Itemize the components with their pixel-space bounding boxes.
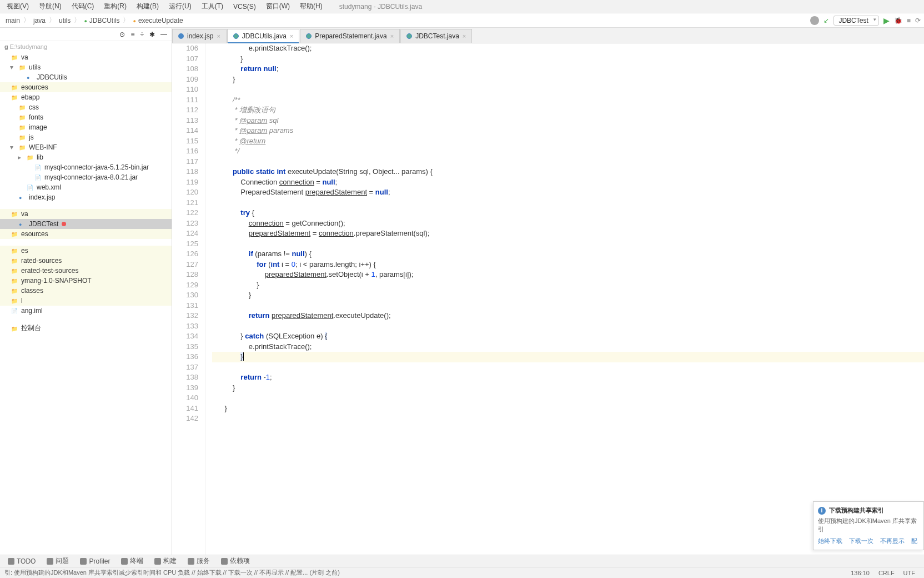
folder-icon bbox=[11, 230, 18, 238]
tree-item[interactable]: ebapp bbox=[0, 92, 172, 102]
avatar-icon[interactable] bbox=[810, 16, 819, 25]
tree-item[interactable]: ▾utils bbox=[0, 62, 172, 72]
status-line-separator[interactable]: CRLF bbox=[874, 570, 899, 576]
tree-item[interactable]: css bbox=[0, 102, 172, 112]
notification-action-always[interactable]: 始终下载 bbox=[818, 537, 842, 545]
tool-terminal[interactable]: 终端 bbox=[117, 555, 148, 567]
close-icon[interactable]: × bbox=[290, 33, 293, 39]
menu-view[interactable]: 视图(V) bbox=[2, 1, 33, 12]
tree-item[interactable]: JDBCUtils bbox=[0, 72, 172, 82]
tree-item-label: erated-test-sources bbox=[21, 267, 78, 275]
tree-item[interactable]: ▸lib bbox=[0, 152, 172, 162]
menu-run[interactable]: 运行(U) bbox=[164, 1, 196, 12]
folder-icon bbox=[19, 63, 26, 71]
status-bar: 引: 使用预构建的JDK和Maven 库共享索引减少索引时间和 CPU 负载 /… bbox=[0, 567, 924, 578]
tool-dependencies[interactable]: 依赖项 bbox=[217, 555, 254, 567]
code-editor[interactable]: 1061071081091101111121131141151161171181… bbox=[172, 43, 924, 555]
fold-gutter[interactable] bbox=[205, 43, 212, 555]
tree-item[interactable]: js bbox=[0, 132, 172, 142]
tree-item[interactable]: web.xml bbox=[0, 182, 172, 192]
menu-window[interactable]: 窗口(W) bbox=[262, 1, 294, 12]
search-icon[interactable]: ⟳ bbox=[915, 17, 921, 24]
crumb-class[interactable]: JDBCUtils bbox=[82, 17, 122, 24]
menu-tools[interactable]: 工具(T) bbox=[197, 1, 228, 12]
tree-item[interactable]: index.jsp bbox=[0, 192, 172, 202]
hide-icon[interactable]: — bbox=[160, 31, 167, 38]
close-icon[interactable]: × bbox=[463, 33, 466, 39]
tool-profiler[interactable]: Profiler bbox=[76, 556, 114, 566]
tool-services[interactable]: 服务 bbox=[183, 555, 214, 567]
menu-navigate[interactable]: 导航(N) bbox=[34, 1, 66, 12]
run-config-selector[interactable]: JDBCTest bbox=[833, 16, 878, 26]
close-icon[interactable]: × bbox=[217, 33, 220, 39]
sidebar-toolbar: ⊙ ≡ ÷ ✱ — bbox=[0, 28, 172, 41]
tree-item[interactable]: va bbox=[0, 209, 172, 219]
tree-item[interactable]: classes bbox=[0, 286, 172, 296]
settings-icon[interactable]: ✱ bbox=[149, 31, 155, 38]
tool-problems[interactable]: 问题 bbox=[42, 555, 73, 567]
editor-tab[interactable]: JDBCUtils.java× bbox=[227, 29, 299, 43]
notification-action-config[interactable]: 配 bbox=[911, 537, 917, 545]
tree-item[interactable]: esources bbox=[0, 82, 172, 92]
folder-icon bbox=[19, 103, 26, 111]
folder-icon bbox=[11, 277, 18, 285]
tree-item[interactable]: ▾WEB-INF bbox=[0, 142, 172, 152]
tab-label: PreparedStatement.java bbox=[315, 32, 386, 40]
folder-icon bbox=[11, 210, 18, 218]
tool-build[interactable]: 构建 bbox=[150, 555, 181, 567]
tree-item-label: fonts bbox=[29, 113, 43, 121]
menu-refactor[interactable]: 重构(R) bbox=[99, 1, 131, 12]
tree-item[interactable]: va bbox=[0, 52, 172, 62]
folder-icon bbox=[11, 247, 18, 255]
editor-tab[interactable]: index.jsp× bbox=[172, 29, 227, 43]
status-encoding[interactable]: UTF bbox=[899, 570, 920, 576]
close-icon[interactable]: × bbox=[390, 33, 394, 39]
run-button[interactable]: ▶ bbox=[883, 16, 890, 25]
tree-item[interactable]: l bbox=[0, 296, 172, 306]
tree-item[interactable]: JDBCTest bbox=[0, 219, 172, 229]
tree-item[interactable]: fonts bbox=[0, 112, 172, 122]
tree-item-label: ebapp bbox=[21, 93, 39, 101]
tree-item[interactable]: es bbox=[0, 246, 172, 256]
expand-icon[interactable]: ≡ bbox=[130, 31, 134, 38]
menu-code[interactable]: 代码(C) bbox=[67, 1, 99, 12]
crumb-main[interactable]: main bbox=[3, 17, 22, 24]
tree-item[interactable]: 控制台 bbox=[0, 322, 172, 334]
editor-tab[interactable]: JDBCTest.java× bbox=[400, 29, 472, 43]
folder-icon bbox=[11, 257, 18, 265]
tree-item[interactable]: mysql-connector-java-5.1.25-bin.jar bbox=[0, 162, 172, 172]
tree-item[interactable]: ang.iml bbox=[0, 306, 172, 316]
stop-button[interactable]: ■ bbox=[907, 17, 911, 24]
crumb-utils[interactable]: utils bbox=[57, 17, 73, 24]
tree-item[interactable]: esources bbox=[0, 229, 172, 239]
tree-item-label: esources bbox=[21, 230, 48, 238]
file-icon bbox=[233, 33, 239, 39]
debug-button[interactable]: 🐞 bbox=[894, 17, 902, 24]
tree-item[interactable]: erated-test-sources bbox=[0, 266, 172, 276]
crumb-method[interactable]: executeUpdate bbox=[130, 17, 185, 24]
crumb-java[interactable]: java bbox=[31, 17, 48, 24]
menu-build[interactable]: 构建(B) bbox=[132, 1, 163, 12]
file-icon bbox=[27, 183, 33, 191]
tree-item[interactable]: ymang-1.0-SNAPSHOT bbox=[0, 276, 172, 286]
status-position[interactable]: 136:10 bbox=[846, 570, 874, 576]
code-content[interactable]: e.printStackTrace(); } return null; } /*… bbox=[212, 43, 924, 555]
collapse-icon[interactable]: ÷ bbox=[140, 31, 144, 38]
tool-todo[interactable]: TODO bbox=[3, 556, 40, 566]
project-root[interactable]: g E:\studymang bbox=[0, 41, 172, 52]
tree-item[interactable]: mysql-connector-java-8.0.21.jar bbox=[0, 172, 172, 182]
file-icon bbox=[406, 33, 412, 39]
navigation-bar: main〉 java〉 utils〉 JDBCUtils〉 executeUpd… bbox=[0, 13, 924, 28]
menu-vcs[interactable]: VCS(S) bbox=[229, 2, 260, 12]
notification-action-never[interactable]: 不再显示 bbox=[880, 537, 905, 545]
tree-item[interactable]: rated-sources bbox=[0, 256, 172, 266]
menu-help[interactable]: 帮助(H) bbox=[295, 1, 327, 12]
notification-action-once[interactable]: 下载一次 bbox=[849, 537, 873, 545]
locate-icon[interactable]: ⊙ bbox=[119, 31, 125, 38]
folder-icon bbox=[19, 113, 26, 121]
editor-tab[interactable]: PreparedStatement.java× bbox=[300, 29, 400, 43]
editor-tabs: index.jsp×JDBCUtils.java×PreparedStateme… bbox=[172, 28, 924, 43]
build-icon[interactable]: ↙ bbox=[823, 17, 829, 24]
tree-item-label: lib bbox=[37, 153, 43, 161]
tree-item[interactable]: image bbox=[0, 122, 172, 132]
